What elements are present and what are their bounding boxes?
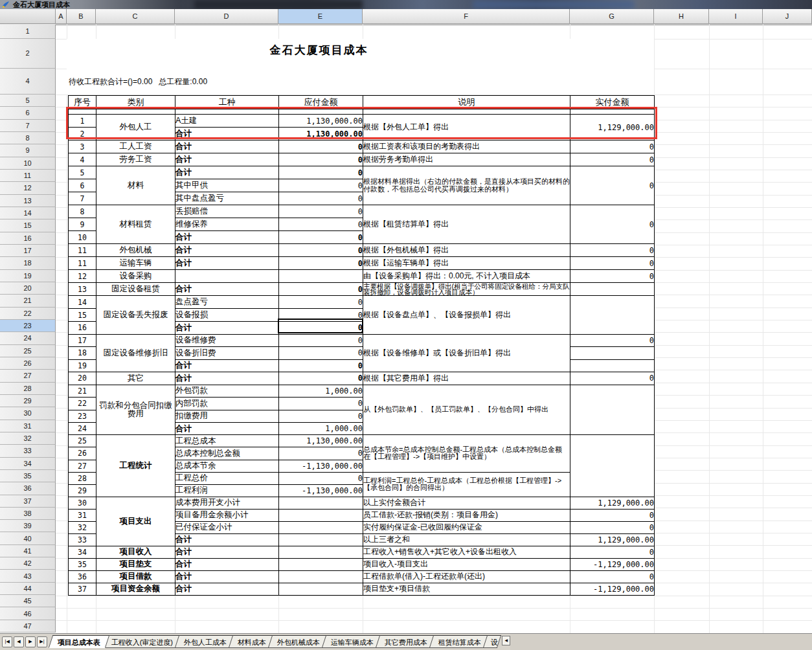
cell-description[interactable]: 工程收入+销售收入+其它收入+设备出租收入 <box>363 546 570 558</box>
cell-jobtype[interactable]: 合计 <box>175 570 279 583</box>
row-header-32[interactable]: 32 <box>0 432 56 445</box>
cell-serial[interactable]: 10 <box>69 231 96 244</box>
cell-serial[interactable]: 3 <box>69 140 96 153</box>
cell-description[interactable]: 总成本节余=总成本控制总金额-工程总成本（总成本控制总金额 在【工程管理】->【… <box>363 435 570 473</box>
cell-jobtype[interactable]: 合计 <box>175 359 279 372</box>
row-header-23[interactable]: 23 <box>0 320 56 332</box>
column-header-C[interactable]: C <box>96 9 175 24</box>
horizontal-scrollbar-track[interactable] <box>510 634 812 650</box>
empty-cell[interactable] <box>570 109 655 115</box>
cell-amount-due[interactable] <box>279 270 363 283</box>
empty-cell[interactable] <box>69 109 96 115</box>
cell-serial[interactable]: 6 <box>69 179 96 192</box>
column-header-G[interactable]: G <box>570 9 654 24</box>
cell-description[interactable]: 根据【外包人工单】得出 <box>363 115 570 140</box>
cell-jobtype[interactable]: 工程总价 <box>175 472 279 484</box>
cell-category[interactable]: 固定设备租赁 <box>96 283 175 296</box>
cell-serial[interactable]: 1 <box>69 115 96 128</box>
row-header-43[interactable]: 43 <box>0 570 56 582</box>
cell-serial[interactable]: 7 <box>69 192 96 205</box>
cell-serial[interactable]: 32 <box>69 521 96 533</box>
cell-description[interactable]: 工程利润=工程总价-工程总成本（工程总价根据【工程管理】->【承包合同】的合同得… <box>363 472 570 497</box>
row-header-16[interactable]: 16 <box>0 232 56 245</box>
cell-amount-due[interactable]: 0 <box>279 205 363 218</box>
sheet-tab-租赁结算成本[interactable]: 租赁结算成本 <box>429 635 490 648</box>
window-titlebar[interactable]: 金石大厦项目成本 <box>0 0 812 9</box>
cell-amount-due[interactable]: 1,000.00 <box>279 385 363 398</box>
cell-serial[interactable]: 37 <box>69 583 96 595</box>
cell-category[interactable]: 固定设备维修折旧 <box>96 334 175 372</box>
column-header-F[interactable]: F <box>363 9 570 24</box>
cell-serial[interactable]: 5 <box>69 166 96 179</box>
cell-serial[interactable]: 25 <box>69 435 96 447</box>
row-header-41[interactable]: 41 <box>0 545 56 557</box>
tab-scroll-left-button[interactable]: ◀ <box>502 636 510 645</box>
row-header-35[interactable]: 35 <box>0 470 56 482</box>
cell-jobtype[interactable]: 已付保证金小计 <box>175 521 279 533</box>
cell-jobtype[interactable]: 合计 <box>175 153 279 166</box>
cell-category[interactable]: 劳务工资 <box>96 153 175 166</box>
cell-jobtype[interactable]: 合计 <box>175 533 279 546</box>
cell-serial[interactable]: 23 <box>69 410 96 423</box>
row-header-40[interactable]: 40 <box>0 532 56 544</box>
row-header-5[interactable]: 5 <box>0 95 56 107</box>
row-header-10[interactable]: 10 <box>0 157 56 170</box>
cell-amount-due[interactable] <box>279 583 363 595</box>
cell-jobtype[interactable]: 扣缴费用 <box>175 410 279 423</box>
cell-jobtype[interactable]: 合计 <box>175 583 279 595</box>
sheet-tab-工程收入(审定进度)[interactable]: 工程收入(审定进度) <box>102 635 183 648</box>
column-header-A[interactable]: A <box>56 9 67 24</box>
cell-amount-due[interactable]: 0 <box>279 166 363 179</box>
column-header-H[interactable]: H <box>654 9 709 24</box>
cell-amount-due[interactable]: 1,130,000.00 <box>279 115 363 128</box>
select-all-corner[interactable] <box>0 9 56 24</box>
cell-amount-due[interactable]: 0 <box>279 296 363 309</box>
cell-category[interactable]: 工人工资 <box>96 140 175 153</box>
cell-amount-due[interactable] <box>279 570 363 583</box>
cell-jobtype[interactable]: 其中盘点盈亏 <box>175 192 279 205</box>
cell-jobtype[interactable]: 工程利润 <box>175 484 279 497</box>
cell-category[interactable]: 项目借款 <box>96 570 175 583</box>
row-header-8[interactable]: 8 <box>0 132 56 144</box>
cell-serial[interactable]: 9 <box>69 218 96 231</box>
cell-description[interactable]: 根据【其它费用单】得出 <box>363 372 570 385</box>
cell-amount-paid[interactable]: -1,129,000.00 <box>570 583 655 595</box>
cell-jobtype[interactable]: 合计 <box>175 423 279 435</box>
cell-description[interactable]: 工程借款单(借入)-工程还款单(还出) <box>363 570 570 583</box>
cell-category[interactable]: 外包人工 <box>96 115 175 140</box>
cell-serial[interactable]: 17 <box>69 334 96 347</box>
cell-amount-paid[interactable] <box>570 296 655 335</box>
cell-amount-due[interactable] <box>279 497 363 509</box>
cell-jobtype[interactable]: 成本费用开支小计 <box>175 497 279 509</box>
cell-jobtype[interactable]: 合计 <box>175 128 279 140</box>
cell-serial[interactable]: 22 <box>69 398 96 410</box>
cell-amount-paid[interactable]: 0 <box>570 166 655 205</box>
cell-amount-paid[interactable]: 0 <box>570 244 655 257</box>
cell-jobtype[interactable]: 设备报损 <box>175 309 279 322</box>
cell-serial[interactable]: 19 <box>69 359 96 372</box>
cell-category[interactable]: 其它 <box>96 372 175 385</box>
cell-amount-due[interactable] <box>279 558 363 570</box>
cell-description[interactable]: 根据【租赁结算单】得出 <box>363 205 570 244</box>
row-header-7[interactable]: 7 <box>0 120 56 132</box>
cell-description[interactable]: 由【设备采购单】得出：0.00元, 不计入项目成本 <box>363 270 570 283</box>
first-sheet-button[interactable]: |◀ <box>2 636 12 647</box>
cell-amount-due[interactable]: 0 <box>279 153 363 166</box>
last-sheet-button[interactable]: ▶| <box>37 636 47 647</box>
cell-amount-paid[interactable]: 0 <box>570 546 655 558</box>
empty-cell[interactable] <box>279 109 363 115</box>
cell-serial[interactable]: 2 <box>69 128 96 140</box>
row-header-24[interactable]: 24 <box>0 332 56 344</box>
cell-description[interactable]: 根据工资表和该项目的考勤表得出 <box>363 140 570 153</box>
cell-jobtype[interactable]: 合计 <box>175 166 279 179</box>
sheet-tab-外包人工成本[interactable]: 外包人工成本 <box>175 635 236 648</box>
cell-amount-due[interactable]: 0 <box>279 309 363 322</box>
row-header-46[interactable]: 46 <box>0 607 56 620</box>
cell-amount-paid[interactable] <box>570 359 655 372</box>
cell-category[interactable]: 固定设备丢失报废 <box>96 296 175 335</box>
sheet-tab-项目总成本表[interactable]: 项目总成本表 <box>49 635 109 648</box>
row-header-38[interactable]: 38 <box>0 508 56 520</box>
cell-serial[interactable]: 8 <box>69 205 96 218</box>
cell-amount-paid[interactable]: 0 <box>570 334 655 347</box>
row-header-36[interactable]: 36 <box>0 482 56 495</box>
